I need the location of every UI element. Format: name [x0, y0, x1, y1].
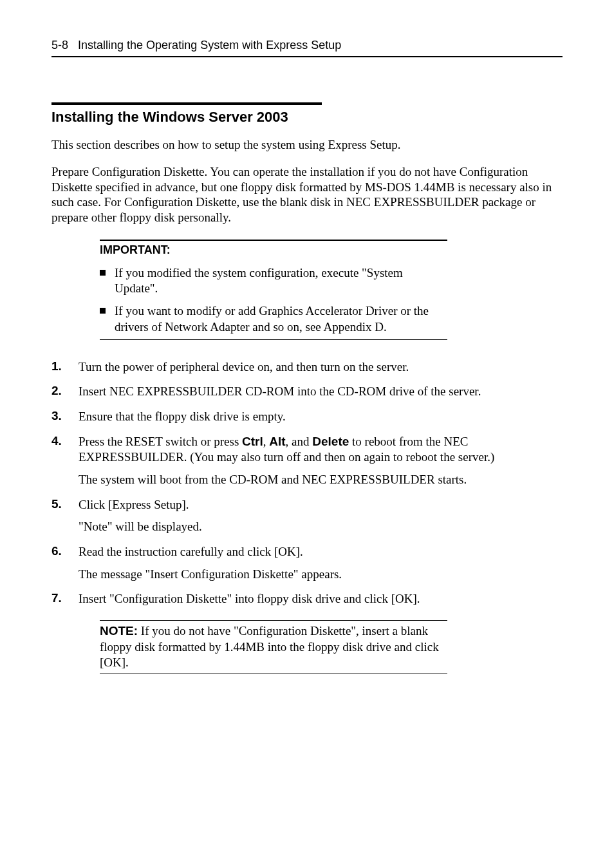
- step-body: Insert "Configuration Diskette" into flo…: [79, 591, 563, 607]
- square-bullet-icon: [100, 308, 106, 314]
- important-block: IMPORTANT: If you modified the system co…: [100, 240, 447, 340]
- steps-list: 1. Turn the power of peripheral device o…: [51, 359, 563, 608]
- intro-paragraph-2: Prepare Configuration Diskette. You can …: [51, 164, 563, 225]
- step-number: 3.: [51, 409, 79, 423]
- chapter-title: Installing the Operating System with Exp…: [78, 39, 341, 52]
- step-4: 4. Press the RESET switch or press Ctrl,…: [51, 434, 563, 488]
- step-body: Read the instruction carefully and click…: [79, 544, 563, 582]
- step-body: Click [Express Setup]. "Note" will be di…: [79, 497, 563, 535]
- step-5: 5. Click [Express Setup]. "Note" will be…: [51, 497, 563, 535]
- step-1: 1. Turn the power of peripheral device o…: [51, 359, 563, 375]
- step-number: 6.: [51, 544, 79, 558]
- step-text: Insert NEC EXPRESSBUILDER CD-ROM into th…: [79, 384, 481, 398]
- step-text-2: The system will boot from the CD-ROM and…: [79, 472, 563, 488]
- section-heading-wrap: Installing the Windows Server 2003: [51, 102, 563, 126]
- step-text: Insert "Configuration Diskette" into flo…: [79, 592, 420, 605]
- step-text: Click [Express Setup].: [79, 498, 189, 511]
- important-bullets: If you modified the system configuration…: [100, 258, 447, 340]
- step-text: Read the instruction carefully and click…: [79, 545, 303, 558]
- note-text: If you do not have "Configuration Disket…: [100, 624, 439, 669]
- key-delete: Delete: [312, 435, 349, 448]
- step-number: 5.: [51, 497, 79, 511]
- page-header: 5-8 Installing the Operating System with…: [51, 39, 563, 57]
- step-body: Turn the power of peripheral device on, …: [79, 359, 563, 375]
- square-bullet-icon: [100, 270, 106, 276]
- important-bullet-1: If you modified the system configuration…: [100, 265, 447, 297]
- important-bullet-2: If you want to modify or add Graphics Ac…: [100, 303, 447, 335]
- step-number: 2.: [51, 384, 79, 398]
- step-text: Press the RESET switch or press Ctrl, Al…: [79, 435, 494, 464]
- step-number: 4.: [51, 434, 79, 448]
- note-label: NOTE:: [100, 624, 138, 637]
- step-text: Turn the power of peripheral device on, …: [79, 360, 409, 373]
- step-text: Ensure that the floppy disk drive is emp…: [79, 410, 286, 423]
- step-3: 3. Ensure that the floppy disk drive is …: [51, 409, 563, 425]
- intro-paragraph-1: This section describes on how to setup t…: [51, 137, 563, 153]
- important-bullet-text: If you want to modify or add Graphics Ac…: [115, 303, 447, 335]
- sep: , and: [286, 435, 313, 448]
- key-ctrl: Ctrl: [242, 435, 263, 448]
- step-6: 6. Read the instruction carefully and cl…: [51, 544, 563, 582]
- step-body: Insert NEC EXPRESSBUILDER CD-ROM into th…: [79, 384, 563, 400]
- step-7: 7. Insert "Configuration Diskette" into …: [51, 591, 563, 607]
- step-body: Press the RESET switch or press Ctrl, Al…: [79, 434, 563, 488]
- key-alt: Alt: [269, 435, 285, 448]
- note-block: NOTE: If you do not have "Configuration …: [100, 620, 447, 674]
- sep: ,: [263, 435, 270, 448]
- step-2: 2. Insert NEC EXPRESSBUILDER CD-ROM into…: [51, 384, 563, 400]
- step-body: Ensure that the floppy disk drive is emp…: [79, 409, 563, 425]
- step-text-pre: Press the RESET switch or press: [79, 435, 242, 448]
- important-bullet-text: If you modified the system configuration…: [115, 265, 447, 297]
- page-number: 5-8: [51, 39, 68, 52]
- step-text-2: The message "Insert Configuration Disket…: [79, 567, 563, 583]
- section-heading-rule: [51, 102, 322, 105]
- step-text-2: "Note" will be displayed.: [79, 519, 563, 535]
- step-number: 7.: [51, 591, 79, 605]
- step-number: 1.: [51, 359, 79, 373]
- important-label: IMPORTANT:: [100, 240, 447, 258]
- section-heading: Installing the Windows Server 2003: [51, 109, 563, 126]
- page: 5-8 Installing the Operating System with…: [0, 0, 614, 868]
